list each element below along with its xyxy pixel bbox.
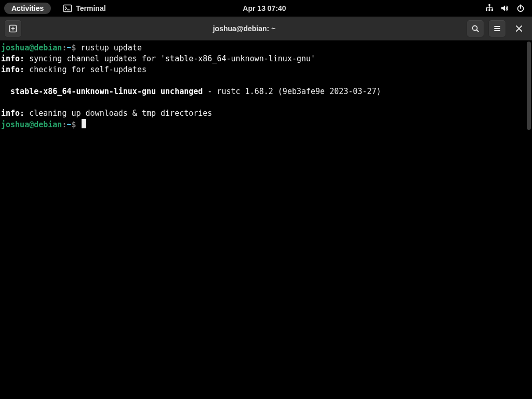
header-bar: joshua@debian: ~: [0, 17, 532, 41]
scrollbar-thumb[interactable]: [527, 42, 531, 130]
prompt-userhost: joshua@debian: [1, 43, 62, 52]
info-text: cleaning up downloads & tmp directories: [24, 109, 212, 118]
terminal-window: joshua@debian: ~: [0, 17, 532, 399]
svg-rect-0: [64, 5, 72, 12]
terminal-icon: [63, 4, 72, 12]
network-icon[interactable]: [485, 4, 494, 12]
prompt-dollar: $: [71, 120, 76, 129]
info-label: info:: [1, 65, 24, 74]
new-tab-button[interactable]: [4, 20, 22, 37]
search-button[interactable]: [467, 20, 484, 37]
volume-icon[interactable]: [501, 4, 509, 12]
window-title: joshua@debian: ~: [22, 24, 467, 33]
close-button[interactable]: [510, 20, 528, 37]
toolchain-status: stable-x86_64-unknown-linux-gnu unchange…: [1, 87, 203, 96]
svg-rect-4: [489, 9, 490, 11]
info-text: checking for self-updates: [24, 65, 147, 74]
clock[interactable]: Apr 13 07:40: [243, 4, 286, 12]
info-label: info:: [1, 54, 24, 63]
svg-line-12: [477, 30, 479, 32]
hamburger-menu-button[interactable]: [488, 20, 506, 37]
power-icon[interactable]: [516, 4, 525, 12]
svg-rect-3: [486, 9, 487, 11]
app-menu-label: Terminal: [76, 4, 105, 12]
info-label: info:: [1, 109, 24, 118]
scrollbar[interactable]: [526, 41, 532, 399]
toolchain-version: - rustc 1.68.2 (9eb3afe9e 2023-03-27): [203, 87, 381, 96]
gnome-top-bar: Activities Terminal Apr 13 07:40: [0, 0, 532, 17]
prompt-dollar: $: [71, 43, 76, 52]
svg-rect-5: [491, 9, 493, 11]
svg-rect-2: [489, 4, 490, 6]
command-text: rustup update: [76, 43, 142, 52]
activities-button[interactable]: Activities: [4, 3, 51, 14]
app-menu[interactable]: Terminal: [63, 4, 105, 12]
cursor: [82, 119, 86, 128]
info-text: syncing channel updates for 'stable-x86_…: [24, 54, 315, 63]
terminal-output[interactable]: joshua@debian:~$ rustup update info: syn…: [0, 41, 526, 399]
prompt-userhost: joshua@debian: [1, 120, 62, 129]
